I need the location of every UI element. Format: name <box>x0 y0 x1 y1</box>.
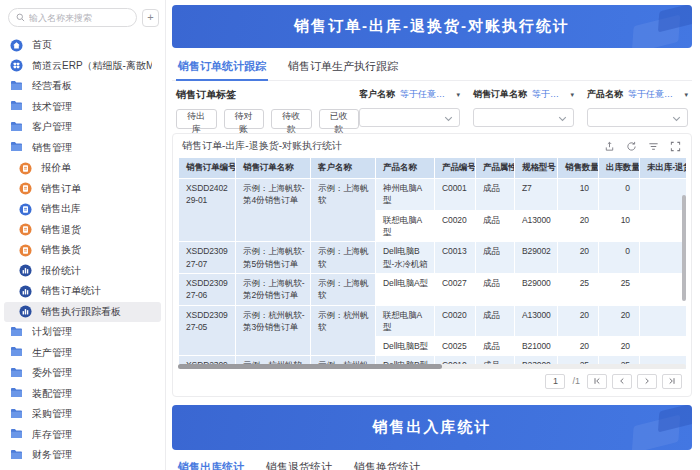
chevron-down-icon <box>558 116 567 122</box>
sidebar-item-outsourcing-management[interactable]: 委外管理 <box>0 363 165 384</box>
prev-page-button[interactable] <box>612 374 632 389</box>
customer-operator-link[interactable]: 等于任意一个 <box>400 88 451 101</box>
doc-icon <box>19 162 32 175</box>
cell-customer: 示例：上海帆软 <box>311 274 375 305</box>
section2-title: 销售出入库统计 <box>373 418 492 437</box>
cell-customer: 示例：上海帆软 <box>311 179 375 241</box>
fullscreen-icon[interactable] <box>670 141 681 152</box>
sidebar-item-purchase-management[interactable]: 采购管理 <box>0 404 165 425</box>
tag-paid-button[interactable]: 已收款 <box>319 109 360 129</box>
customer-name-select[interactable] <box>359 108 460 127</box>
sidebar-item-sales-management[interactable]: 销售管理 <box>0 138 165 159</box>
cell-out-qty: 20 <box>599 337 639 355</box>
cell-spec: A13000 <box>515 211 557 242</box>
sidebar-item-erp-app[interactable]: 简道云ERP（精细版-离散MTO）「... <box>0 56 165 77</box>
tag-pending-outbound-button[interactable]: 待出库 <box>176 109 217 129</box>
bottom-tabs: 销售出库统计 销售退货统计 销售换货统计 <box>172 453 692 470</box>
operator-caret-icon[interactable]: ▾ <box>684 91 688 99</box>
tag-pending-reconcile-button[interactable]: 待对账 <box>224 109 265 129</box>
sidebar-search-row: + <box>0 8 165 27</box>
customer-name-label: 客户名称 <box>359 88 395 101</box>
search-input-wrap[interactable] <box>8 8 137 27</box>
sidebar-item-quotation-stats[interactable]: 报价统计 <box>0 261 165 282</box>
sidebar-item-quotation[interactable]: 报价单 <box>0 158 165 179</box>
col-spec: 规格型号 <box>515 158 557 178</box>
order-tag-buttons: 待出库 待对账 待收款 已收款 <box>176 109 359 129</box>
cell-product: Dell电脑B型-水冷机箱 <box>376 242 434 273</box>
sidebar-item-customer-management[interactable]: 客户管理 <box>0 117 165 138</box>
sidebar-item-sales-exchange[interactable]: 销售换货 <box>0 240 165 261</box>
sidebar-item-tech-management[interactable]: 技术管理 <box>0 97 165 118</box>
tab-sales-return-stats[interactable]: 销售退货统计 <box>264 453 334 470</box>
last-page-button[interactable] <box>662 374 682 389</box>
sidebar-item-assembly-management[interactable]: 装配管理 <box>0 384 165 405</box>
sidebar-item-inventory-management[interactable]: 库存管理 <box>0 425 165 446</box>
cell-product: 联想电脑A型 <box>376 306 434 337</box>
product-operator-link[interactable]: 等于任意一个 <box>628 88 679 101</box>
order-tag-filter: 销售订单标签 待出库 待对账 待收款 已收款 <box>176 85 359 131</box>
product-name-select[interactable] <box>587 108 688 127</box>
cell-spec: B29002 <box>515 242 557 273</box>
folder-icon <box>10 449 23 462</box>
first-page-button[interactable] <box>587 374 607 389</box>
folder-icon <box>10 387 23 400</box>
export-icon[interactable] <box>604 141 615 152</box>
cell-product-no: C0013 <box>435 242 475 273</box>
table-scroll-area: 销售订单编号 销售订单名称 客户名称 产品名称 产品编号 产品属性 规格型号 销… <box>178 157 686 369</box>
col-order-name: 销售订单名称 <box>236 158 310 178</box>
sidebar-item-sales-execution-board[interactable]: 销售执行跟踪看板 <box>4 302 161 323</box>
table-row: XSDD230927-06 示例：上海帆软-第2份销售订单 示例：上海帆软 De… <box>179 274 686 305</box>
add-button[interactable]: + <box>142 9 159 27</box>
cell-attr: 成品 <box>476 179 514 210</box>
cell-product: Dell电脑B型 <box>376 337 434 355</box>
cell-unshipped <box>640 306 686 337</box>
sidebar-item-sales-order[interactable]: 销售订单 <box>0 179 165 200</box>
tab-sales-outbound-stats[interactable]: 销售出库统计 <box>176 453 246 470</box>
cell-sale-qty: 20 <box>558 306 598 337</box>
vertical-scrollbar[interactable] <box>682 195 686 301</box>
sidebar-item-finance-management[interactable]: 财务管理 <box>0 445 165 466</box>
order-operator-link[interactable]: 等于任... <box>532 88 565 101</box>
filter-bar: 销售订单标签 待出库 待对账 待收款 已收款 客户名称 等于任意一个 ▾ <box>172 85 692 131</box>
cell-spec: B29000 <box>515 274 557 305</box>
cell-unshipped <box>640 179 686 210</box>
col-out-qty: 出库数量 <box>599 158 639 178</box>
order-name-select[interactable] <box>473 108 574 127</box>
tab-sales-exchange-stats[interactable]: 销售换货统计 <box>352 453 422 470</box>
sidebar-item-sales-outbound[interactable]: 销售出库 <box>0 199 165 220</box>
cell-order-no: XSDD230927-06 <box>179 274 235 305</box>
sidebar-item-production-management[interactable]: 生产管理 <box>0 343 165 364</box>
sidebar-item-business-dashboard[interactable]: 经营看板 <box>0 76 165 97</box>
tab-order-production-tracking[interactable]: 销售订单生产执行跟踪 <box>286 52 400 80</box>
tag-pending-payment-button[interactable]: 待收款 <box>271 109 312 129</box>
filter-settings-icon[interactable] <box>648 141 659 152</box>
doc-icon <box>19 223 32 236</box>
cell-customer: 示例：杭州帆软 <box>311 306 375 356</box>
cell-product-no: C0020 <box>435 211 475 242</box>
sidebar-item-plan-management[interactable]: 计划管理 <box>0 322 165 343</box>
sidebar-item-sales-return[interactable]: 销售退货 <box>0 220 165 241</box>
cell-product: 联想电脑A型 <box>376 211 434 242</box>
order-name-label: 销售订单名称 <box>473 88 527 101</box>
sidebar-item-sales-order-stats[interactable]: 销售订单统计 <box>0 281 165 302</box>
folder-icon <box>10 80 23 93</box>
folder-icon <box>10 100 23 113</box>
refresh-icon[interactable] <box>626 141 637 152</box>
cell-order-name: 示例：上海帆软-第4份销售订单 <box>236 179 310 241</box>
page-title: 销售订单-出库-退换货-对账执行统计 <box>294 17 570 36</box>
cell-unshipped <box>640 211 686 242</box>
chart-icon <box>19 264 32 277</box>
top-tabs: 销售订单统计跟踪 销售订单生产执行跟踪 <box>172 52 692 81</box>
cell-spec: A13000 <box>515 306 557 337</box>
chevron-down-icon <box>444 116 453 122</box>
sidebar-item-home[interactable]: 首页 <box>0 35 165 56</box>
tab-order-stats-tracking[interactable]: 销售订单统计跟踪 <box>176 52 268 80</box>
search-input[interactable] <box>29 13 129 23</box>
cell-sale-qty: 10 <box>558 179 598 210</box>
page-input[interactable]: 1 <box>545 374 565 389</box>
next-page-button[interactable] <box>637 374 657 389</box>
operator-caret-icon[interactable]: ▾ <box>456 91 460 99</box>
horizontal-scrollbar[interactable] <box>178 364 686 369</box>
horizontal-scrollbar-thumb[interactable] <box>178 364 442 369</box>
operator-caret-icon[interactable]: ▾ <box>570 91 574 99</box>
